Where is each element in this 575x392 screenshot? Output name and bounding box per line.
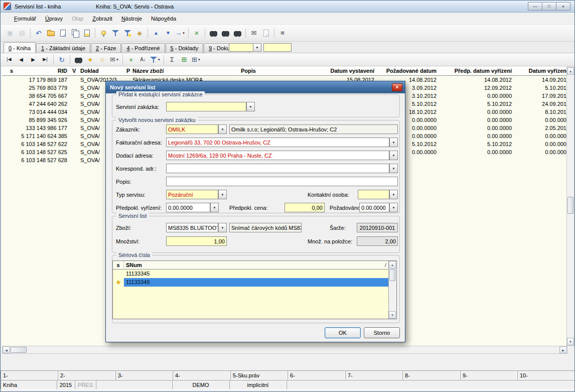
find-related-icon[interactable] [232, 28, 243, 39]
find-record-icon[interactable] [73, 54, 84, 65]
serial-list-scrollbar[interactable]: ▲ ▼ [388, 261, 396, 319]
tab-filter-field[interactable] [263, 43, 292, 52]
column-header-p[interactable]: P [125, 67, 130, 76]
vertical-scroll-thumb[interactable] [567, 197, 573, 214]
serial-scroll-up-icon[interactable]: ▲ [389, 261, 396, 269]
scroll-right-icon[interactable]: ▶ [559, 346, 567, 353]
find-next-icon[interactable] [220, 28, 231, 39]
typ-servisu-combo[interactable]: Pozáruční [166, 190, 218, 199]
lamp-icon[interactable] [98, 28, 109, 39]
dodaci-adresa-dropdown-icon[interactable]: ▼ [389, 151, 398, 160]
ok-button[interactable]: OK [325, 327, 361, 338]
filter-menu-icon[interactable]: ▼ [150, 54, 161, 65]
column-header-v[interactable]: V [71, 67, 77, 76]
pozadovano-dropdown-icon[interactable]: ▼ [389, 203, 398, 212]
predpokl-cena-field[interactable]: 0,00 [284, 203, 325, 212]
servisni-zakazka-dropdown-icon[interactable]: ▼ [246, 102, 255, 111]
view-menu-icon[interactable]: ⊞▼ [191, 54, 202, 65]
typ-servisu-dropdown-icon[interactable]: ▼ [218, 190, 227, 199]
flash-icon[interactable]: ☆ [97, 54, 108, 65]
sort-down-icon[interactable]: ▼ [163, 28, 174, 39]
storno-button[interactable]: Storno [364, 327, 400, 338]
next-record-icon[interactable]: ▶ [28, 54, 39, 65]
vertical-scrollbar[interactable]: ▲ ▼ [566, 67, 574, 346]
clear-filter-icon[interactable]: × [191, 28, 202, 39]
menu-napoveda[interactable]: Nápověda [147, 14, 181, 23]
servisni-zakazka-combo[interactable] [166, 102, 246, 111]
tab-1-zakladni-udaje[interactable]: 1 - Základní údaje [36, 43, 90, 53]
copy-icon[interactable] [69, 28, 80, 39]
export-table-icon[interactable]: ⊞ [179, 54, 190, 65]
serial-scroll-down-icon[interactable]: ▼ [389, 311, 396, 319]
filter-values-icon[interactable] [122, 28, 133, 39]
column-header-datum-vyrizeni[interactable]: Datum vyřízen [514, 67, 567, 76]
tab-5-doklady[interactable]: 5 - Doklady [166, 43, 204, 53]
menu-nastroje[interactable]: Nástroje [117, 14, 147, 23]
zbozi-combo[interactable]: MS8335 BLUETOOTH [166, 223, 218, 232]
filter-icon[interactable] [110, 28, 121, 39]
tab-0-kniha[interactable]: 0 - Kniha [4, 42, 36, 53]
notebook-icon[interactable] [81, 28, 92, 39]
tab-filter-combo[interactable] [229, 43, 253, 52]
zakaznik-dropdown-icon[interactable]: ▼ [218, 124, 227, 134]
list-icon[interactable]: ≡ [277, 28, 288, 39]
insert-record-icon[interactable]: + [125, 54, 136, 65]
goto-icon[interactable]: →▼ [175, 28, 186, 39]
column-header-rid[interactable]: RID [20, 67, 68, 76]
korespond-adresa-field[interactable] [166, 164, 389, 173]
scroll-left-icon[interactable]: ◀ [3, 346, 10, 353]
refresh-icon[interactable]: ↻ [56, 54, 67, 65]
horizontal-scroll-thumb[interactable] [11, 347, 27, 353]
predpokl-vyrizeni-dropdown-icon[interactable]: ▼ [210, 203, 219, 212]
column-header-popis[interactable]: Popis [240, 67, 318, 76]
sort-az-icon[interactable]: A↓ [137, 54, 149, 65]
scroll-up-icon[interactable]: ▲ [567, 67, 574, 75]
serial-col-snum[interactable]: SNum [126, 262, 142, 268]
first-record-icon[interactable]: |◀ [4, 54, 15, 65]
serial-list-header[interactable]: s SNum / [113, 261, 388, 270]
kontaktni-osoba-dropdown-icon[interactable]: ▼ [389, 190, 398, 199]
fakturacni-adresa-field[interactable]: Legionářů 33, 702 00 Ostrava-Hrušov, CZ [166, 138, 389, 147]
prev-record-icon[interactable]: ◀ [16, 54, 27, 65]
find-icon[interactable] [208, 28, 219, 39]
horizontal-scrollbar[interactable]: ◀ ▶ [2, 346, 567, 354]
tab-filter-combo-dropdown[interactable]: ▼ [253, 43, 261, 52]
kontaktni-osoba-combo[interactable] [358, 190, 389, 199]
serial-row[interactable]: ★11133349 [113, 278, 388, 287]
zbozi-dropdown-icon[interactable]: ▼ [218, 223, 227, 232]
last-record-icon[interactable]: ▶| [40, 54, 51, 65]
column-header-nazev-zbozi[interactable]: Název zboží [131, 67, 239, 76]
mail-icon[interactable]: ✉ [248, 28, 259, 39]
pozadovano-combo[interactable]: 0.00.0000 [359, 203, 389, 212]
column-header-doklad[interactable]: Doklad [79, 67, 124, 76]
column-header-pozadovane-datum[interactable]: Požadované datum [376, 67, 438, 76]
korespond-adresa-dropdown-icon[interactable]: ▼ [389, 164, 398, 173]
menu-zobrazit[interactable]: Zobrazit [88, 14, 117, 23]
menu-upravy[interactable]: Úpravy [41, 14, 67, 23]
tab-4-podrizene[interactable]: 4 - Podřízené [121, 43, 165, 53]
serial-scroll-thumb[interactable] [389, 269, 395, 281]
column-header-predp-datum-vyrizeni[interactable]: Předp. datum vyřízení [439, 67, 513, 76]
sort-up-icon[interactable]: ▲ [151, 28, 162, 39]
fakturacni-adresa-dropdown-icon[interactable]: ▼ [389, 138, 398, 147]
serial-col-s[interactable]: s [113, 261, 124, 270]
scroll-down-icon[interactable]: ▼ [567, 338, 574, 345]
bookmark-icon[interactable]: ★ [85, 54, 96, 65]
minimize-button[interactable]: — [528, 2, 542, 11]
predpokl-vyrizeni-combo[interactable]: 0.00.0000 [166, 203, 210, 212]
open-folder-icon[interactable] [45, 28, 56, 39]
maximize-button[interactable]: □ [542, 2, 556, 11]
popis-field[interactable] [166, 177, 398, 186]
dodaci-adresa-field[interactable]: Mostní 1269/6a, 128 00 Praha - Nusle, CZ [166, 151, 389, 160]
menu-formular[interactable]: Formulář [10, 14, 41, 23]
tab-2-faze[interactable]: 2 - Fáze [91, 43, 121, 53]
mail-send-icon[interactable]: ✉▼ [109, 54, 120, 65]
zakaznik-combo[interactable]: OMILK [166, 124, 218, 134]
column-header-datum-vystaveni[interactable]: Datum vystavení [319, 67, 375, 76]
column-header-s[interactable]: s [9, 67, 20, 76]
close-button[interactable]: × [556, 2, 570, 11]
dialog-close-icon[interactable]: × [392, 83, 402, 91]
serial-row[interactable]: 11133345 [113, 270, 388, 278]
layers-icon[interactable]: ◈ [134, 28, 145, 39]
new-document-icon[interactable] [57, 28, 68, 39]
